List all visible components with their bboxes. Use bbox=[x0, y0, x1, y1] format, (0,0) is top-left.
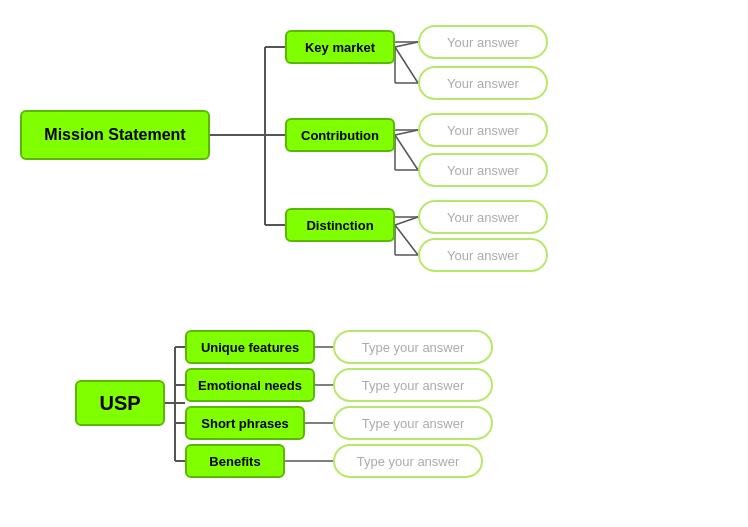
svg-line-8 bbox=[395, 130, 418, 135]
km-answer-1-text: Your answer bbox=[447, 35, 519, 50]
cont-answer-1-text: Your answer bbox=[447, 123, 519, 138]
svg-line-12 bbox=[395, 225, 418, 255]
uf-answer-text: Type your answer bbox=[362, 340, 465, 355]
short-phrases-answer[interactable]: Type your answer bbox=[333, 406, 493, 440]
contribution-label: Contribution bbox=[301, 128, 379, 143]
cont-answer-2-text: Your answer bbox=[447, 163, 519, 178]
usp-label: USP bbox=[99, 392, 140, 415]
short-phrases-node: Short phrases bbox=[185, 406, 305, 440]
key-market-answer-1[interactable]: Your answer bbox=[418, 25, 548, 59]
unique-features-label: Unique features bbox=[201, 340, 299, 355]
svg-line-9 bbox=[395, 135, 418, 170]
km-answer-2-text: Your answer bbox=[447, 76, 519, 91]
distinction-node: Distinction bbox=[285, 208, 395, 242]
unique-features-node: Unique features bbox=[185, 330, 315, 364]
key-market-label: Key market bbox=[305, 40, 375, 55]
contribution-node: Contribution bbox=[285, 118, 395, 152]
benefits-label: Benefits bbox=[209, 454, 260, 469]
ben-answer-text: Type your answer bbox=[357, 454, 460, 469]
svg-line-6 bbox=[395, 47, 418, 83]
mission-statement-label: Mission Statement bbox=[44, 126, 185, 144]
emotional-needs-node: Emotional needs bbox=[185, 368, 315, 402]
mission-statement-node: Mission Statement bbox=[20, 110, 210, 160]
dist-answer-1-text: Your answer bbox=[447, 210, 519, 225]
diagram-container: Mission Statement Key market Your answer… bbox=[0, 0, 748, 527]
svg-line-5 bbox=[395, 42, 418, 47]
emotional-needs-label: Emotional needs bbox=[198, 378, 302, 393]
benefits-answer[interactable]: Type your answer bbox=[333, 444, 483, 478]
key-market-node: Key market bbox=[285, 30, 395, 64]
distinction-answer-2[interactable]: Your answer bbox=[418, 238, 548, 272]
benefits-node: Benefits bbox=[185, 444, 285, 478]
sp-answer-text: Type your answer bbox=[362, 416, 465, 431]
short-phrases-label: Short phrases bbox=[201, 416, 288, 431]
key-market-answer-2[interactable]: Your answer bbox=[418, 66, 548, 100]
contribution-answer-2[interactable]: Your answer bbox=[418, 153, 548, 187]
usp-node: USP bbox=[75, 380, 165, 426]
dist-answer-2-text: Your answer bbox=[447, 248, 519, 263]
emotional-needs-answer[interactable]: Type your answer bbox=[333, 368, 493, 402]
svg-line-11 bbox=[395, 217, 418, 225]
unique-features-answer[interactable]: Type your answer bbox=[333, 330, 493, 364]
distinction-label: Distinction bbox=[306, 218, 373, 233]
en-answer-text: Type your answer bbox=[362, 378, 465, 393]
distinction-answer-1[interactable]: Your answer bbox=[418, 200, 548, 234]
contribution-answer-1[interactable]: Your answer bbox=[418, 113, 548, 147]
